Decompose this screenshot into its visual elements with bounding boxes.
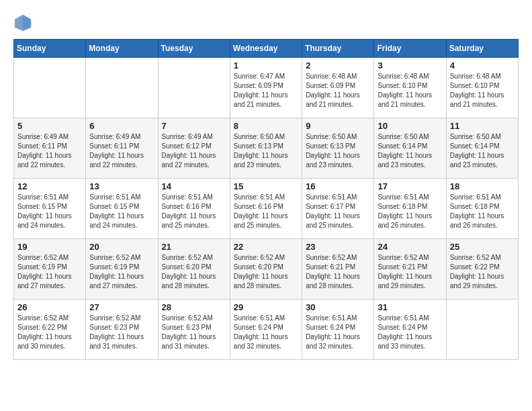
calendar-cell: 26Sunrise: 6:52 AM Sunset: 6:22 PM Dayli… [14, 300, 86, 360]
calendar-cell: 1Sunrise: 6:47 AM Sunset: 6:09 PM Daylig… [230, 58, 302, 118]
calendar-cell: 19Sunrise: 6:52 AM Sunset: 6:19 PM Dayli… [14, 239, 86, 300]
day-info: Sunrise: 6:51 AM Sunset: 6:18 PM Dayligh… [378, 193, 442, 230]
calendar-cell: 31Sunrise: 6:51 AM Sunset: 6:24 PM Dayli… [374, 300, 446, 360]
day-info: Sunrise: 6:52 AM Sunset: 6:22 PM Dayligh… [17, 314, 82, 351]
calendar-cell: 27Sunrise: 6:52 AM Sunset: 6:23 PM Dayli… [86, 300, 158, 360]
calendar-cell: 16Sunrise: 6:51 AM Sunset: 6:17 PM Dayli… [302, 179, 374, 239]
day-info: Sunrise: 6:52 AM Sunset: 6:22 PM Dayligh… [450, 253, 515, 291]
calendar-cell: 15Sunrise: 6:51 AM Sunset: 6:16 PM Dayli… [230, 179, 302, 239]
day-info: Sunrise: 6:48 AM Sunset: 6:10 PM Dayligh… [450, 72, 515, 109]
day-info: Sunrise: 6:49 AM Sunset: 6:11 PM Dayligh… [89, 132, 154, 170]
day-info: Sunrise: 6:52 AM Sunset: 6:19 PM Dayligh… [17, 253, 82, 291]
day-info: Sunrise: 6:51 AM Sunset: 6:16 PM Dayligh… [234, 193, 298, 230]
day-number: 12 [17, 181, 82, 191]
day-info: Sunrise: 6:51 AM Sunset: 6:17 PM Dayligh… [306, 193, 370, 230]
weekday-header-saturday: Saturday [446, 40, 518, 58]
day-number: 25 [450, 242, 515, 252]
calendar-cell: 23Sunrise: 6:52 AM Sunset: 6:21 PM Dayli… [302, 239, 374, 300]
day-info: Sunrise: 6:52 AM Sunset: 6:23 PM Dayligh… [89, 314, 154, 351]
day-number: 6 [89, 121, 154, 131]
day-number: 20 [89, 242, 154, 252]
calendar-cell: 3Sunrise: 6:48 AM Sunset: 6:10 PM Daylig… [374, 58, 446, 118]
calendar-cell [86, 58, 158, 118]
weekday-header-sunday: Sunday [14, 40, 86, 58]
day-info: Sunrise: 6:52 AM Sunset: 6:20 PM Dayligh… [162, 253, 226, 291]
day-number: 16 [306, 181, 370, 191]
logo-icon [13, 13, 32, 32]
calendar-cell: 7Sunrise: 6:49 AM Sunset: 6:12 PM Daylig… [158, 118, 230, 179]
day-info: Sunrise: 6:50 AM Sunset: 6:14 PM Dayligh… [450, 132, 515, 170]
day-number: 21 [162, 242, 226, 252]
day-number: 14 [162, 181, 226, 191]
day-info: Sunrise: 6:48 AM Sunset: 6:09 PM Dayligh… [306, 72, 370, 109]
day-info: Sunrise: 6:52 AM Sunset: 6:23 PM Dayligh… [162, 314, 226, 351]
day-number: 28 [162, 302, 226, 312]
weekday-header-wednesday: Wednesday [230, 40, 302, 58]
day-number: 23 [306, 242, 370, 252]
day-info: Sunrise: 6:52 AM Sunset: 6:21 PM Dayligh… [378, 253, 442, 291]
calendar-cell: 28Sunrise: 6:52 AM Sunset: 6:23 PM Dayli… [158, 300, 230, 360]
day-number: 24 [378, 242, 442, 252]
day-info: Sunrise: 6:51 AM Sunset: 6:24 PM Dayligh… [378, 314, 442, 351]
calendar-cell: 20Sunrise: 6:52 AM Sunset: 6:19 PM Dayli… [86, 239, 158, 300]
calendar-cell: 22Sunrise: 6:52 AM Sunset: 6:20 PM Dayli… [230, 239, 302, 300]
calendar-cell [14, 58, 86, 118]
day-number: 19 [17, 242, 82, 252]
day-number: 27 [89, 302, 154, 312]
calendar-week-3: 12Sunrise: 6:51 AM Sunset: 6:15 PM Dayli… [14, 179, 519, 239]
weekday-header-tuesday: Tuesday [158, 40, 230, 58]
weekday-header-row: SundayMondayTuesdayWednesdayThursdayFrid… [14, 40, 519, 58]
day-info: Sunrise: 6:51 AM Sunset: 6:16 PM Dayligh… [162, 193, 226, 230]
day-info: Sunrise: 6:51 AM Sunset: 6:24 PM Dayligh… [234, 314, 298, 351]
day-number: 9 [306, 121, 370, 131]
calendar-cell: 12Sunrise: 6:51 AM Sunset: 6:15 PM Dayli… [14, 179, 86, 239]
calendar-week-5: 26Sunrise: 6:52 AM Sunset: 6:22 PM Dayli… [14, 300, 519, 360]
day-number: 10 [378, 121, 442, 131]
day-number: 17 [378, 181, 442, 191]
day-info: Sunrise: 6:52 AM Sunset: 6:21 PM Dayligh… [306, 253, 370, 291]
page-header [13, 13, 519, 32]
logo [13, 13, 35, 32]
day-info: Sunrise: 6:49 AM Sunset: 6:11 PM Dayligh… [17, 132, 82, 170]
day-number: 31 [378, 302, 442, 312]
day-number: 29 [234, 302, 298, 312]
calendar-cell: 10Sunrise: 6:50 AM Sunset: 6:14 PM Dayli… [374, 118, 446, 179]
day-info: Sunrise: 6:52 AM Sunset: 6:19 PM Dayligh… [89, 253, 154, 291]
day-number: 18 [450, 181, 515, 191]
day-info: Sunrise: 6:50 AM Sunset: 6:14 PM Dayligh… [378, 132, 442, 170]
calendar-cell: 13Sunrise: 6:51 AM Sunset: 6:15 PM Dayli… [86, 179, 158, 239]
day-number: 30 [306, 302, 370, 312]
calendar-week-1: 1Sunrise: 6:47 AM Sunset: 6:09 PM Daylig… [14, 58, 519, 118]
day-number: 5 [17, 121, 82, 131]
calendar-cell: 24Sunrise: 6:52 AM Sunset: 6:21 PM Dayli… [374, 239, 446, 300]
calendar-week-2: 5Sunrise: 6:49 AM Sunset: 6:11 PM Daylig… [14, 118, 519, 179]
day-info: Sunrise: 6:51 AM Sunset: 6:15 PM Dayligh… [89, 193, 154, 230]
calendar-cell: 14Sunrise: 6:51 AM Sunset: 6:16 PM Dayli… [158, 179, 230, 239]
day-number: 15 [234, 181, 298, 191]
day-info: Sunrise: 6:48 AM Sunset: 6:10 PM Dayligh… [378, 72, 442, 109]
day-info: Sunrise: 6:51 AM Sunset: 6:24 PM Dayligh… [306, 314, 370, 351]
day-number: 4 [450, 60, 515, 71]
calendar-cell: 6Sunrise: 6:49 AM Sunset: 6:11 PM Daylig… [86, 118, 158, 179]
day-number: 1 [234, 60, 298, 71]
day-number: 13 [89, 181, 154, 191]
day-number: 2 [306, 60, 370, 71]
calendar-cell: 21Sunrise: 6:52 AM Sunset: 6:20 PM Dayli… [158, 239, 230, 300]
calendar-cell: 29Sunrise: 6:51 AM Sunset: 6:24 PM Dayli… [230, 300, 302, 360]
day-number: 26 [17, 302, 82, 312]
calendar-cell: 8Sunrise: 6:50 AM Sunset: 6:13 PM Daylig… [230, 118, 302, 179]
day-info: Sunrise: 6:50 AM Sunset: 6:13 PM Dayligh… [306, 132, 370, 170]
weekday-header-friday: Friday [374, 40, 446, 58]
day-info: Sunrise: 6:51 AM Sunset: 6:15 PM Dayligh… [17, 193, 82, 230]
day-number: 3 [378, 60, 442, 71]
calendar-cell: 30Sunrise: 6:51 AM Sunset: 6:24 PM Dayli… [302, 300, 374, 360]
day-info: Sunrise: 6:49 AM Sunset: 6:12 PM Dayligh… [162, 132, 226, 170]
day-info: Sunrise: 6:47 AM Sunset: 6:09 PM Dayligh… [234, 72, 298, 109]
svg-marker-2 [15, 15, 23, 32]
calendar-cell: 18Sunrise: 6:51 AM Sunset: 6:18 PM Dayli… [446, 179, 518, 239]
day-number: 22 [234, 242, 298, 252]
calendar-table: SundayMondayTuesdayWednesdayThursdayFrid… [13, 39, 519, 360]
calendar-week-4: 19Sunrise: 6:52 AM Sunset: 6:19 PM Dayli… [14, 239, 519, 300]
calendar-cell: 5Sunrise: 6:49 AM Sunset: 6:11 PM Daylig… [14, 118, 86, 179]
calendar-cell: 4Sunrise: 6:48 AM Sunset: 6:10 PM Daylig… [446, 58, 518, 118]
